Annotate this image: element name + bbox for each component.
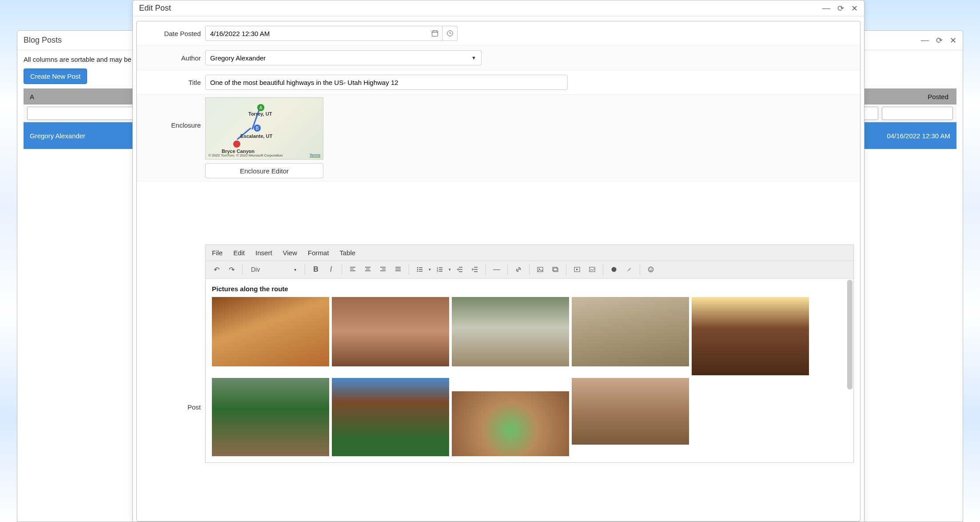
bold-icon[interactable]: B bbox=[310, 263, 322, 276]
svg-marker-34 bbox=[457, 269, 458, 270]
row-author: Author ▼ bbox=[137, 46, 860, 70]
undo-icon[interactable]: ↶ bbox=[210, 263, 223, 276]
link-icon[interactable] bbox=[512, 263, 525, 276]
toolbar-separator bbox=[603, 264, 603, 275]
calendar-icon[interactable] bbox=[427, 26, 442, 41]
date-posted-input[interactable] bbox=[205, 26, 427, 41]
chevron-down-icon[interactable]: ▾ bbox=[429, 267, 431, 272]
label-post: Post bbox=[143, 297, 201, 411]
grid-col-posted[interactable]: Posted bbox=[928, 93, 956, 100]
align-left-icon[interactable] bbox=[347, 263, 359, 276]
globe-icon[interactable] bbox=[608, 263, 620, 276]
map-label-a: Torrey, UT bbox=[248, 111, 272, 116]
toolbar-separator bbox=[566, 264, 566, 275]
location-icon[interactable] bbox=[623, 263, 635, 276]
content-image[interactable] bbox=[452, 391, 569, 456]
horizontal-rule-icon[interactable]: — bbox=[490, 263, 503, 276]
chevron-down-icon: ▾ bbox=[294, 267, 296, 272]
editor-content-area[interactable]: Pictures along the route bbox=[206, 279, 853, 462]
row-date-posted: Date Posted bbox=[137, 21, 860, 46]
map-marker-b-icon: B bbox=[254, 124, 261, 132]
label-author: Author bbox=[143, 54, 201, 62]
toolbar-separator bbox=[529, 264, 530, 275]
edit-post-window-controls: — ⟳ ✕ bbox=[822, 4, 858, 13]
menu-file[interactable]: File bbox=[212, 249, 223, 257]
scrollbar-thumb[interactable] bbox=[847, 280, 853, 390]
menu-edit[interactable]: Edit bbox=[233, 249, 245, 257]
rich-text-editor: File Edit Insert View Format Table ↶ ↷ D… bbox=[205, 245, 854, 463]
toolbar-separator bbox=[486, 264, 486, 275]
gallery-icon[interactable] bbox=[549, 263, 562, 276]
grid-filter-posted-input[interactable] bbox=[882, 107, 953, 120]
toolbar-separator bbox=[507, 264, 508, 275]
map-label-b: Escalante, UT bbox=[240, 133, 272, 139]
editor-menubar: File Edit Insert View Format Table bbox=[206, 245, 853, 261]
menu-insert[interactable]: Insert bbox=[255, 249, 272, 257]
chevron-down-icon[interactable]: ▼ bbox=[466, 50, 482, 65]
edit-post-form: Date Posted Author ▼ bbox=[136, 21, 860, 522]
blog-posts-window-controls: — ⟳ ✕ bbox=[921, 36, 956, 45]
content-image[interactable] bbox=[212, 297, 329, 366]
close-icon[interactable]: ✕ bbox=[950, 36, 956, 45]
create-new-post-button[interactable]: Create New Post bbox=[24, 68, 87, 84]
outdent-icon[interactable] bbox=[454, 263, 466, 276]
align-center-icon[interactable] bbox=[362, 263, 374, 276]
content-image[interactable] bbox=[452, 297, 569, 366]
minimize-icon[interactable]: — bbox=[822, 4, 830, 13]
author-input[interactable] bbox=[205, 50, 466, 65]
svg-line-6 bbox=[450, 33, 451, 34]
refresh-icon[interactable]: ⟳ bbox=[837, 4, 844, 13]
clock-icon[interactable] bbox=[442, 26, 458, 41]
edit-post-titlebar: Edit Post — ⟳ ✕ bbox=[133, 0, 864, 16]
image-grid bbox=[212, 297, 847, 456]
bullet-list-icon[interactable] bbox=[414, 263, 426, 276]
enclosure-editor-button[interactable]: Enclosure Editor bbox=[205, 163, 323, 178]
content-image[interactable] bbox=[332, 297, 449, 366]
indent-icon[interactable] bbox=[469, 263, 481, 276]
emoji-icon[interactable] bbox=[645, 263, 657, 276]
edit-post-body: Date Posted Author ▼ bbox=[133, 16, 864, 522]
editor-toolbar: ↶ ↷ Div ▾ B I bbox=[206, 261, 853, 279]
minimize-icon[interactable]: — bbox=[921, 36, 929, 45]
menu-table[interactable]: Table bbox=[339, 249, 355, 257]
menu-format[interactable]: Format bbox=[308, 249, 329, 257]
svg-point-46 bbox=[612, 267, 617, 272]
row-post: Post File Edit Insert View Format Table … bbox=[137, 181, 860, 521]
map-attribution: © 2022 TomTom, © 2022 Microsoft Corporat… bbox=[208, 153, 283, 157]
svg-marker-44 bbox=[576, 269, 578, 270]
align-right-icon[interactable] bbox=[377, 263, 389, 276]
content-image[interactable] bbox=[332, 378, 449, 456]
italic-icon[interactable]: I bbox=[325, 263, 337, 276]
content-image[interactable] bbox=[692, 297, 809, 375]
svg-rect-0 bbox=[432, 31, 438, 36]
grid-col-author[interactable]: A bbox=[24, 93, 117, 100]
edit-post-window: Edit Post — ⟳ ✕ Date Posted bbox=[132, 0, 864, 522]
chevron-down-icon[interactable]: ▾ bbox=[449, 267, 451, 272]
svg-point-21 bbox=[417, 269, 418, 270]
redo-icon[interactable]: ↷ bbox=[225, 263, 238, 276]
format-dropdown[interactable]: Div ▾ bbox=[247, 263, 300, 276]
video-icon[interactable] bbox=[571, 263, 583, 276]
close-icon[interactable]: ✕ bbox=[851, 4, 858, 13]
toolbar-separator bbox=[242, 264, 243, 275]
content-image[interactable] bbox=[212, 378, 329, 456]
menu-view[interactable]: View bbox=[283, 249, 297, 257]
title-input[interactable] bbox=[205, 75, 568, 90]
numbered-list-icon[interactable]: 123 bbox=[434, 263, 446, 276]
refresh-icon[interactable]: ⟳ bbox=[936, 36, 943, 45]
content-image[interactable] bbox=[572, 297, 689, 366]
enclosure-map-thumbnail[interactable]: A Torrey, UT B Escalante, UT Bryce Canyo… bbox=[205, 97, 323, 160]
map-terms-link[interactable]: Terms bbox=[310, 153, 321, 157]
blog-posts-title: Blog Posts bbox=[24, 36, 62, 45]
image-icon[interactable] bbox=[534, 263, 546, 276]
svg-point-48 bbox=[649, 267, 653, 272]
media-icon[interactable] bbox=[586, 263, 598, 276]
content-image[interactable] bbox=[572, 378, 689, 445]
edit-post-title: Edit Post bbox=[139, 4, 171, 13]
row-title: Title bbox=[137, 70, 860, 95]
align-justify-icon[interactable] bbox=[392, 263, 404, 276]
svg-text:3: 3 bbox=[437, 270, 438, 273]
row-posted: 04/16/2022 12:30 AM bbox=[887, 132, 950, 140]
svg-point-49 bbox=[649, 269, 650, 269]
map-marker-a-icon: A bbox=[257, 104, 264, 111]
